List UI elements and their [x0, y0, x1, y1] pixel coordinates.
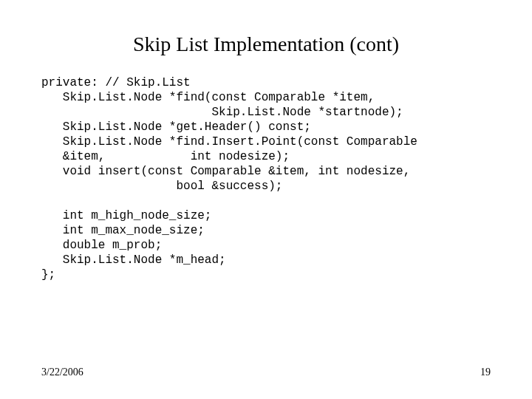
code-line: Skip.List.Node *get.Header() const;: [41, 120, 311, 134]
code-line: bool &success);: [41, 180, 282, 193]
slide: Skip List Implementation (cont) private:…: [0, 0, 532, 399]
code-block: private: // Skip.List Skip.List.Node *fi…: [41, 75, 491, 282]
code-line: &item, int nodesize);: [41, 150, 290, 163]
code-line: Skip.List.Node *find(const Comparable *i…: [41, 91, 375, 104]
code-line: Skip.List.Node *m_head;: [41, 253, 226, 267]
code-line: };: [41, 268, 55, 282]
code-line: void insert(const Comparable &item, int …: [41, 165, 410, 178]
footer-page-number: 19: [480, 366, 491, 378]
code-line: Skip.List.Node *find.Insert.Point(const …: [41, 135, 417, 149]
code-line: double m_prob;: [41, 239, 162, 252]
code-line: int m_max_node_size;: [41, 224, 205, 237]
slide-title: Skip List Implementation (cont): [41, 33, 491, 56]
code-line: int m_high_node_size;: [41, 209, 211, 222]
code-line: Skip.List.Node *startnode);: [41, 106, 403, 119]
code-line: private: // Skip.List: [41, 76, 191, 89]
footer-date: 3/22/2006: [41, 366, 83, 378]
